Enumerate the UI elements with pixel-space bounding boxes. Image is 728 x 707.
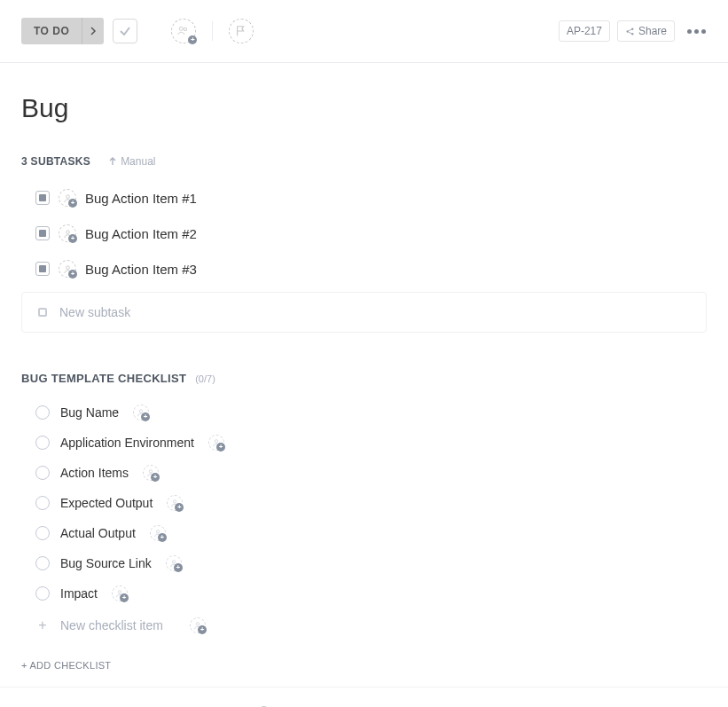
subtask-row[interactable]: Bug Action Item #1: [21, 180, 707, 216]
checklist-item-row: Application Environment: [21, 428, 707, 458]
assign-checklist-item-button[interactable]: [150, 525, 166, 541]
task-id-badge[interactable]: AP-217: [559, 20, 610, 42]
subtask-row[interactable]: Bug Action Item #3: [21, 251, 707, 287]
new-checklist-item-input[interactable]: [60, 618, 176, 632]
checklist-item-label[interactable]: Impact: [60, 586, 98, 601]
plus-badge-icon: [141, 412, 150, 421]
chevron-right-icon: [90, 27, 97, 35]
new-subtask-status-icon: [38, 308, 47, 317]
svg-point-7: [66, 265, 69, 269]
subtasks-sort-button[interactable]: Manual: [108, 155, 155, 168]
svg-point-8: [139, 410, 142, 412]
svg-point-13: [172, 561, 175, 563]
plus-icon: +: [35, 618, 50, 632]
checklist-item-row: Impact: [21, 578, 707, 609]
svg-point-14: [118, 591, 121, 593]
toolbar-divider: [212, 21, 213, 41]
subtask-title[interactable]: Bug Action Item #3: [85, 262, 197, 277]
subtask-status-box[interactable]: [35, 226, 50, 240]
checklist-items: Bug Name Application Environment Action …: [21, 397, 707, 609]
next-status-button[interactable]: [82, 18, 104, 44]
task-content: Bug 3 SUBTASKS Manual Bug Action Item #1…: [0, 63, 728, 687]
svg-point-9: [215, 440, 217, 443]
attachment-dropzone[interactable]: Drop files here to attach or browse: [0, 687, 728, 707]
checklist-checkbox[interactable]: [35, 526, 50, 540]
checklist-item-row: Actual Output: [21, 518, 707, 548]
plus-badge-icon: [216, 443, 225, 452]
status-button[interactable]: TO DO: [21, 18, 82, 44]
plus-badge-icon: [198, 625, 207, 634]
checklist-item-row: Expected Output: [21, 488, 707, 518]
share-label: Share: [638, 25, 667, 37]
plus-badge-icon: [120, 593, 129, 602]
assign-checklist-item-button[interactable]: [167, 495, 183, 511]
assign-checklist-item-button[interactable]: [208, 435, 224, 451]
svg-point-10: [149, 470, 152, 473]
checklist-checkbox[interactable]: [35, 556, 50, 570]
assign-checklist-item-button[interactable]: [112, 585, 128, 601]
priority-button[interactable]: [229, 19, 254, 43]
checklist-checkbox[interactable]: [35, 586, 50, 601]
plus-badge-icon: [188, 35, 197, 44]
checklist-progress: (0/7): [195, 373, 215, 384]
add-checklist-button[interactable]: + ADD CHECKLIST: [21, 660, 707, 687]
checklist-checkbox[interactable]: [35, 405, 50, 420]
share-button[interactable]: Share: [617, 20, 675, 42]
checklist-checkbox[interactable]: [35, 496, 50, 510]
svg-point-6: [66, 230, 69, 233]
checklist-item-label[interactable]: Expected Output: [60, 496, 153, 510]
checklist-item-label[interactable]: Application Environment: [60, 436, 194, 450]
status-group: TO DO: [21, 18, 104, 44]
toolbar-actions: [171, 19, 254, 43]
subtask-assign-button[interactable]: [59, 260, 76, 278]
subtask-list: Bug Action Item #1 Bug Action Item #2 Bu…: [21, 180, 707, 287]
sort-arrow-icon: [108, 157, 117, 166]
assign-checklist-item-button[interactable]: [143, 465, 159, 481]
plus-badge-icon: [151, 473, 160, 482]
subtasks-count-label: 3 SUBTASKS: [21, 155, 90, 168]
svg-point-1: [184, 27, 187, 30]
checklist-checkbox[interactable]: [35, 436, 50, 450]
more-menu-button[interactable]: [685, 29, 707, 34]
subtask-status-box[interactable]: [35, 191, 50, 205]
checklist-title[interactable]: BUG TEMPLATE CHECKLIST: [21, 372, 186, 385]
subtask-title[interactable]: Bug Action Item #2: [85, 226, 197, 241]
task-title[interactable]: Bug: [21, 93, 707, 123]
plus-badge-icon: [174, 563, 183, 572]
check-icon: [119, 25, 131, 37]
assign-checklist-item-button[interactable]: [133, 405, 149, 420]
subtask-status-box[interactable]: [35, 262, 50, 276]
subtasks-header: 3 SUBTASKS Manual: [21, 155, 707, 168]
checklist-item-row: Action Items: [21, 458, 707, 488]
subtask-assign-button[interactable]: [59, 189, 76, 207]
flag-icon: [235, 25, 247, 37]
new-subtask-input[interactable]: [59, 305, 690, 319]
svg-point-0: [180, 27, 184, 30]
plus-badge-icon: [68, 234, 77, 243]
checklist-header: BUG TEMPLATE CHECKLIST (0/7): [21, 372, 707, 385]
subtask-title[interactable]: Bug Action Item #1: [85, 191, 197, 206]
assign-checklist-item-button[interactable]: [166, 555, 182, 571]
checklist-item-row: Bug Name: [21, 397, 707, 428]
checklist-item-label[interactable]: Action Items: [60, 466, 129, 480]
plus-badge-icon: [68, 199, 77, 208]
svg-point-4: [631, 33, 633, 35]
checklist-item-label[interactable]: Actual Output: [60, 526, 136, 540]
subtask-row[interactable]: Bug Action Item #2: [21, 216, 707, 251]
svg-point-2: [626, 30, 628, 32]
assign-checklist-item-button[interactable]: [190, 617, 206, 633]
subtask-assign-button[interactable]: [59, 224, 76, 242]
svg-point-11: [174, 500, 176, 503]
plus-badge-icon: [158, 533, 167, 542]
new-checklist-item-row[interactable]: +: [21, 609, 707, 642]
checklist-item-label[interactable]: Bug Source Link: [60, 556, 152, 570]
checklist-item-label[interactable]: Bug Name: [60, 405, 119, 420]
new-subtask-row[interactable]: [21, 292, 707, 333]
share-icon: [625, 27, 635, 36]
svg-point-15: [196, 623, 199, 625]
checklist-checkbox[interactable]: [35, 466, 50, 480]
plus-badge-icon: [68, 270, 77, 279]
mark-complete-button[interactable]: [113, 19, 137, 43]
assignees-button[interactable]: [171, 19, 196, 43]
svg-point-12: [156, 530, 159, 533]
